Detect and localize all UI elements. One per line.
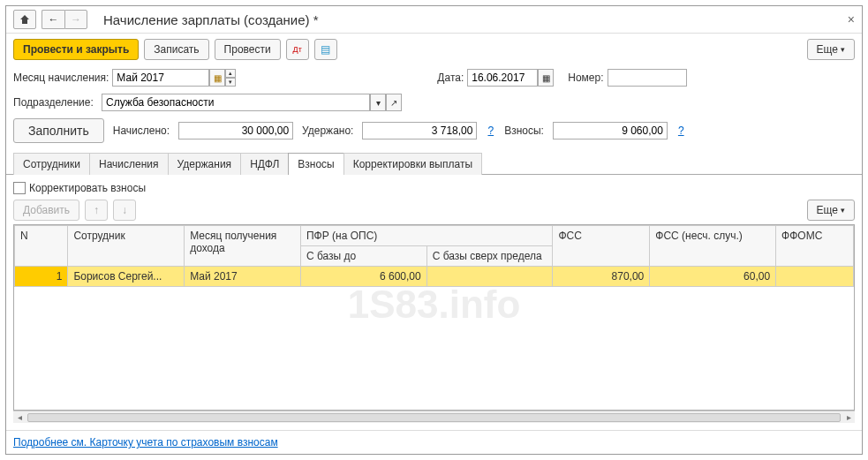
attachment-button[interactable]: ▤ [314,39,337,60]
cell-ffoms [776,267,854,287]
open-icon: ↗ [390,98,397,108]
main-toolbar: Провести и закрыть Записать Провести Дт … [6,34,862,65]
dept-input[interactable] [102,94,370,111]
date-label: Дата: [437,72,464,84]
contrib-input[interactable] [553,122,668,140]
more-button[interactable]: Еще ▾ [807,39,855,60]
scroll-left-button[interactable]: ◂ [13,411,26,424]
dept-label: Подразделение: [13,96,98,109]
horizontal-scrollbar[interactable]: ◂ ▸ [13,411,855,423]
dtkt-button[interactable]: Дт [286,39,309,60]
tabs: Сотрудники Начисления Удержания НДФЛ Взн… [6,152,862,175]
close-button[interactable]: × [848,12,855,26]
calendar-icon: ▦ [214,73,222,83]
dept-open-button[interactable]: ↗ [386,94,402,111]
chevron-down-icon: ▾ [841,45,845,54]
col-fss: ФСС [553,226,650,267]
attachment-icon: ▤ [321,43,330,56]
date-calendar-button[interactable]: ▦ [538,69,554,87]
scroll-thumb[interactable] [27,413,841,422]
withheld-input[interactable] [362,122,477,140]
tab-deductions[interactable]: Удержания [168,153,242,175]
col-pfr: ПФР (на ОПС) [300,226,553,246]
save-button[interactable]: Записать [144,39,208,60]
month-input[interactable] [112,69,209,87]
forward-button: → [64,10,87,29]
number-label: Номер: [568,72,603,84]
chevron-down-icon: ▾ [841,206,845,215]
titlebar: ← → Начисление зарплаты (создание) * × [6,6,862,34]
cell-month: Май 2017 [185,267,301,287]
arrow-right-icon: → [71,13,81,26]
home-button[interactable] [13,10,36,29]
details-link[interactable]: Подробнее см. Карточку учета по страховы… [13,436,278,449]
month-up-button[interactable]: ▴ [225,69,236,78]
accrued-input[interactable] [178,122,293,140]
post-and-close-button[interactable]: Провести и закрыть [13,39,139,60]
move-down-button: ↓ [113,200,136,221]
fill-button[interactable]: Заполнить [13,118,104,143]
col-fss-acc: ФСС (несч. случ.) [650,226,776,267]
tab-ndfl[interactable]: НДФЛ [240,153,289,175]
table-row[interactable]: 1 Борисов Сергей... Май 2017 6 600,00 87… [15,267,854,287]
cell-pfr-over [426,267,553,287]
arrow-up-icon: ↑ [94,204,99,216]
month-down-button[interactable]: ▾ [225,78,236,87]
add-button: Добавить [13,200,79,221]
arrow-down-icon: ↓ [122,204,127,216]
scroll-right-button[interactable]: ▸ [842,411,855,424]
tab-corrections[interactable]: Корректировки выплаты [343,153,482,175]
col-employee: Сотрудник [68,226,185,267]
number-input[interactable] [608,69,687,87]
col-ffoms: ФФОМС [776,226,854,267]
contributions-table[interactable]: 1S83.info N Сотрудник Месяц получения до… [13,224,855,411]
cell-pfr-base: 6 600,00 [300,267,426,287]
col-n: N [15,226,68,267]
dept-dropdown-button[interactable]: ▾ [370,94,386,111]
arrow-left-icon: ← [49,13,59,26]
month-calendar-button[interactable]: ▦ [209,69,225,87]
tab-contributions[interactable]: Взносы [288,153,343,175]
col-income-month: Месяц получения дохода [185,226,301,267]
window-title: Начисление зарплаты (создание) * [103,12,319,27]
contrib-label: Взносы: [504,124,544,137]
accrued-label: Начислено: [113,124,170,137]
watermark: 1S83.info [348,283,521,327]
table-more-button[interactable]: Еще ▾ [807,200,855,221]
col-pfr-base: С базы до [300,246,426,267]
contrib-help[interactable]: ? [678,124,684,137]
cell-fss: 870,00 [553,267,650,287]
month-label: Месяц начисления: [13,72,109,84]
tab-employees[interactable]: Сотрудники [13,153,90,175]
cell-n: 1 [15,267,68,287]
adjust-contrib-checkbox[interactable] [13,182,26,194]
cell-employee: Борисов Сергей... [68,267,185,287]
col-pfr-over: С базы сверх предела [426,246,553,267]
calendar-icon: ▦ [542,73,550,83]
withheld-help[interactable]: ? [487,124,494,137]
post-button[interactable]: Провести [215,39,281,60]
adjust-contrib-label: Корректировать взносы [29,182,146,194]
move-up-button: ↑ [85,200,108,221]
cell-fss-acc: 60,00 [650,267,776,287]
withheld-label: Удержано: [302,124,353,137]
tab-accruals[interactable]: Начисления [89,153,169,175]
debit-credit-icon: Дт [293,45,302,54]
chevron-down-icon: ▾ [376,98,381,108]
date-input[interactable] [467,69,538,87]
back-button[interactable]: ← [42,10,64,29]
